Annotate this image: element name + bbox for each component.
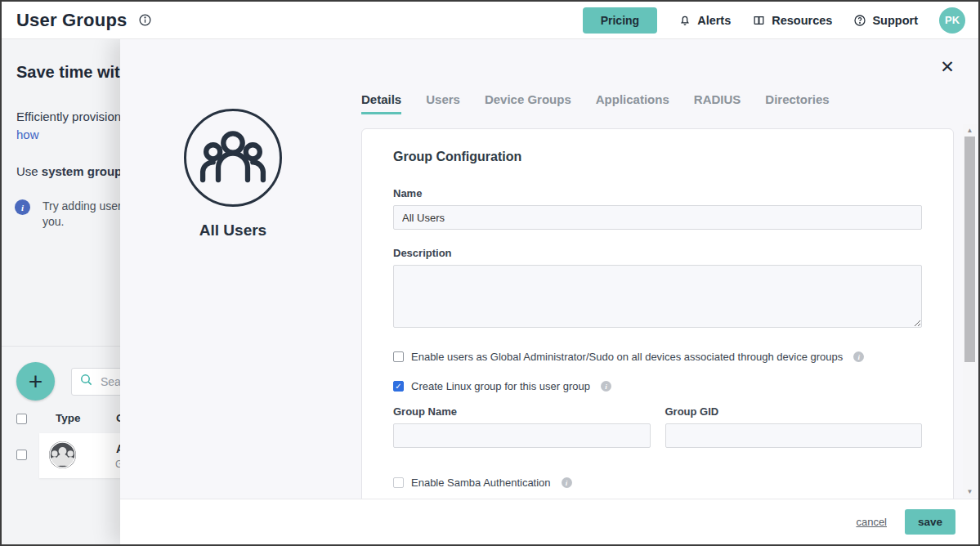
description-label: Description (393, 247, 922, 259)
tab-device-groups[interactable]: Device Groups (485, 92, 571, 114)
cancel-button[interactable]: cancel (856, 516, 887, 528)
group-gid-input[interactable] (665, 423, 923, 448)
user-avatar[interactable]: PK (939, 7, 965, 34)
search-icon (79, 373, 94, 391)
samba-checkbox-row: Enable Samba Authentication i (393, 477, 922, 489)
column-header-type[interactable]: Type (56, 412, 81, 424)
admin-checkbox-label: Enable users as Global Administrator/Sud… (411, 351, 843, 363)
tab-users[interactable]: Users (426, 92, 460, 114)
book-icon (752, 14, 766, 27)
top-header: User Groups Pricing Alerts (2, 2, 978, 39)
tab-radius[interactable]: RADIUS (694, 92, 741, 114)
support-button[interactable]: Support (853, 14, 918, 27)
bell-icon (678, 13, 691, 27)
group-name-label: Group Name (393, 405, 651, 418)
panel-group-name: All Users (184, 222, 282, 239)
description-input[interactable] (393, 265, 922, 328)
name-input[interactable] (393, 205, 922, 230)
panel-scrollbar[interactable]: ▲ ▼ (963, 124, 977, 497)
row-checkbox[interactable] (16, 450, 27, 460)
admin-info-icon[interactable]: i (853, 351, 864, 362)
linux-checkbox-row: ✓ Create Linux group for this user group… (393, 380, 922, 392)
group-gid-label: Group GID (665, 405, 923, 418)
learn-how-link[interactable]: how (16, 128, 39, 141)
resources-button[interactable]: Resources (752, 14, 832, 27)
alerts-button[interactable]: Alerts (678, 13, 731, 27)
admin-checkbox-row: Enable users as Global Administrator/Sud… (393, 351, 922, 363)
add-group-button[interactable]: + (16, 362, 55, 401)
samba-checkbox[interactable] (393, 477, 404, 488)
close-icon[interactable]: ✕ (936, 55, 959, 78)
group-configuration-card: Group Configuration Name Description Ena… (361, 128, 954, 506)
select-all-checkbox[interactable] (16, 414, 27, 424)
scroll-down-icon[interactable]: ▼ (967, 486, 973, 497)
samba-info-icon[interactable]: i (562, 477, 572, 488)
plus-icon: + (29, 369, 43, 394)
pricing-button[interactable]: Pricing (583, 7, 657, 34)
name-label: Name (393, 187, 922, 199)
group-visual: All Users (184, 109, 282, 239)
info-circle-icon[interactable] (138, 13, 152, 27)
tab-applications[interactable]: Applications (596, 92, 669, 114)
panel-tabs: Details Users Device Groups Applications… (361, 92, 830, 114)
group-avatar-icon (47, 440, 78, 470)
scroll-up-icon[interactable]: ▲ (967, 124, 973, 136)
group-details-panel: ✕ All Users Details Users Device Groups … (120, 39, 978, 544)
linux-info-icon[interactable]: i (601, 381, 611, 392)
user-group-icon (184, 109, 282, 207)
save-button[interactable]: save (905, 509, 955, 535)
tip-info-icon: i (15, 199, 30, 215)
card-heading: Group Configuration (393, 150, 922, 164)
support-label: Support (872, 14, 918, 27)
app-window: User Groups Pricing Alerts (0, 0, 980, 546)
linux-checkbox[interactable]: ✓ (393, 381, 404, 392)
samba-checkbox-label: Enable Samba Authentication (411, 477, 551, 489)
question-circle-icon (853, 14, 866, 27)
header-actions: Pricing Alerts Resources (583, 7, 965, 34)
panel-footer: cancel save (120, 499, 978, 544)
group-name-input[interactable] (393, 423, 651, 448)
admin-checkbox[interactable] (393, 351, 404, 362)
tab-details[interactable]: Details (361, 92, 401, 114)
linux-checkbox-label: Create Linux group for this user group (411, 380, 590, 392)
page-title: User Groups (16, 10, 127, 31)
alerts-label: Alerts (697, 14, 731, 27)
linux-group-fields: Group Name Group GID (393, 405, 922, 448)
scrollbar-thumb[interactable] (964, 136, 975, 362)
resources-label: Resources (772, 14, 832, 27)
tab-directories[interactable]: Directories (765, 92, 829, 114)
